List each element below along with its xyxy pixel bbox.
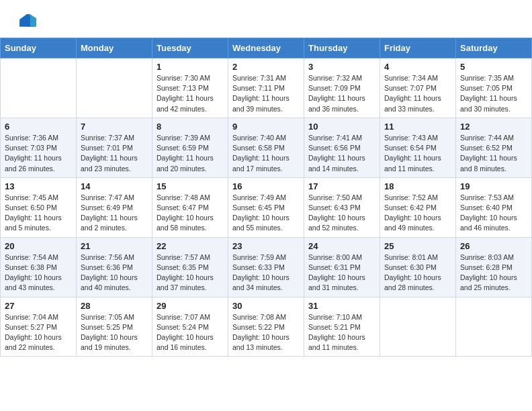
day-number: 3 [308, 62, 375, 72]
day-number: 28 [81, 301, 148, 311]
day-number: 9 [232, 122, 300, 132]
calendar-cell: 3Sunrise: 7:32 AMSunset: 7:09 PMDaylight… [304, 58, 380, 118]
calendar-cell: 14Sunrise: 7:47 AMSunset: 6:49 PMDayligh… [77, 177, 152, 237]
calendar-cell: 25Sunrise: 8:01 AMSunset: 6:30 PMDayligh… [380, 237, 456, 297]
calendar-cell: 6Sunrise: 7:36 AMSunset: 7:03 PMDaylight… [1, 118, 77, 177]
day-info: Sunrise: 7:04 AMSunset: 5:27 PMDaylight:… [5, 312, 72, 353]
calendar-cell: 9Sunrise: 7:40 AMSunset: 6:58 PMDaylight… [228, 118, 304, 177]
day-info: Sunrise: 7:05 AMSunset: 5:25 PMDaylight:… [81, 312, 148, 353]
day-info: Sunrise: 7:31 AMSunset: 7:11 PMDaylight:… [232, 73, 300, 114]
day-number: 31 [308, 301, 375, 311]
day-info: Sunrise: 7:35 AMSunset: 7:05 PMDaylight:… [460, 73, 527, 114]
day-number: 30 [232, 301, 300, 311]
calendar-header-tuesday: Tuesday [152, 38, 228, 58]
calendar-cell: 11Sunrise: 7:43 AMSunset: 6:54 PMDayligh… [380, 118, 456, 177]
calendar-cell: 20Sunrise: 7:54 AMSunset: 6:38 PMDayligh… [1, 237, 77, 297]
day-number: 25 [384, 241, 451, 251]
day-info: Sunrise: 7:37 AMSunset: 7:01 PMDaylight:… [81, 133, 148, 174]
day-number: 27 [5, 301, 72, 311]
day-number: 15 [157, 181, 224, 191]
calendar-header-saturday: Saturday [456, 38, 532, 58]
calendar-header-friday: Friday [380, 38, 456, 58]
calendar-header-thursday: Thursday [304, 38, 380, 58]
calendar-cell: 13Sunrise: 7:45 AMSunset: 6:50 PMDayligh… [1, 177, 77, 237]
day-info: Sunrise: 7:50 AMSunset: 6:43 PMDaylight:… [308, 193, 375, 234]
calendar-week-4: 20Sunrise: 7:54 AMSunset: 6:38 PMDayligh… [1, 237, 532, 297]
calendar-cell: 21Sunrise: 7:56 AMSunset: 6:36 PMDayligh… [77, 237, 152, 297]
calendar-cell: 18Sunrise: 7:52 AMSunset: 6:42 PMDayligh… [380, 177, 456, 237]
day-number: 4 [384, 62, 451, 72]
calendar-cell: 1Sunrise: 7:30 AMSunset: 7:13 PMDaylight… [152, 58, 228, 118]
day-info: Sunrise: 7:36 AMSunset: 7:03 PMDaylight:… [5, 133, 72, 174]
calendar-cell: 15Sunrise: 7:48 AMSunset: 6:47 PMDayligh… [152, 177, 228, 237]
calendar-header-sunday: Sunday [1, 38, 77, 58]
calendar-cell: 8Sunrise: 7:39 AMSunset: 6:59 PMDaylight… [152, 118, 228, 177]
calendar-header-monday: Monday [77, 38, 152, 58]
calendar-cell: 2Sunrise: 7:31 AMSunset: 7:11 PMDaylight… [228, 58, 304, 118]
day-number: 23 [232, 241, 300, 251]
day-number: 11 [384, 122, 451, 132]
day-info: Sunrise: 7:49 AMSunset: 6:45 PMDaylight:… [232, 193, 300, 234]
day-info: Sunrise: 7:39 AMSunset: 6:59 PMDaylight:… [157, 133, 224, 174]
day-number: 2 [232, 62, 300, 72]
calendar-cell: 28Sunrise: 7:05 AMSunset: 5:25 PMDayligh… [77, 297, 152, 357]
day-number: 20 [5, 241, 72, 251]
day-number: 1 [157, 62, 224, 72]
day-info: Sunrise: 8:03 AMSunset: 6:28 PMDaylight:… [460, 253, 527, 293]
day-info: Sunrise: 7:54 AMSunset: 6:38 PMDaylight:… [5, 253, 72, 293]
calendar-cell [380, 297, 456, 357]
day-number: 5 [460, 62, 527, 72]
day-number: 18 [384, 181, 451, 191]
calendar-cell: 23Sunrise: 7:59 AMSunset: 6:33 PMDayligh… [228, 237, 304, 297]
calendar-cell: 5Sunrise: 7:35 AMSunset: 7:05 PMDaylight… [456, 58, 532, 118]
calendar-cell: 10Sunrise: 7:41 AMSunset: 6:56 PMDayligh… [304, 118, 380, 177]
calendar-cell: 7Sunrise: 7:37 AMSunset: 7:01 PMDaylight… [77, 118, 152, 177]
day-info: Sunrise: 7:07 AMSunset: 5:24 PMDaylight:… [157, 312, 224, 353]
day-number: 16 [232, 181, 300, 191]
day-number: 17 [308, 181, 375, 191]
day-info: Sunrise: 7:10 AMSunset: 5:21 PMDaylight:… [308, 312, 375, 353]
logo-icon [17, 12, 36, 31]
calendar-cell: 22Sunrise: 7:57 AMSunset: 6:35 PMDayligh… [152, 237, 228, 297]
calendar-cell [77, 58, 152, 118]
day-info: Sunrise: 7:30 AMSunset: 7:13 PMDaylight:… [157, 73, 224, 114]
day-number: 26 [460, 241, 527, 251]
calendar-cell [1, 58, 77, 118]
day-info: Sunrise: 7:41 AMSunset: 6:56 PMDaylight:… [308, 133, 375, 174]
calendar-cell: 30Sunrise: 7:08 AMSunset: 5:22 PMDayligh… [228, 297, 304, 357]
day-info: Sunrise: 7:47 AMSunset: 6:49 PMDaylight:… [81, 193, 148, 234]
day-info: Sunrise: 7:45 AMSunset: 6:50 PMDaylight:… [5, 193, 72, 234]
calendar-cell: 29Sunrise: 7:07 AMSunset: 5:24 PMDayligh… [152, 297, 228, 357]
day-number: 6 [5, 122, 72, 132]
calendar-week-2: 6Sunrise: 7:36 AMSunset: 7:03 PMDaylight… [1, 118, 532, 177]
day-info: Sunrise: 7:48 AMSunset: 6:47 PMDaylight:… [157, 193, 224, 234]
calendar-week-3: 13Sunrise: 7:45 AMSunset: 6:50 PMDayligh… [1, 177, 532, 237]
day-info: Sunrise: 7:44 AMSunset: 6:52 PMDaylight:… [460, 133, 527, 174]
day-info: Sunrise: 7:52 AMSunset: 6:42 PMDaylight:… [384, 193, 451, 234]
calendar-cell [456, 297, 532, 357]
calendar-week-1: 1Sunrise: 7:30 AMSunset: 7:13 PMDaylight… [1, 58, 532, 118]
calendar-week-5: 27Sunrise: 7:04 AMSunset: 5:27 PMDayligh… [1, 297, 532, 357]
day-number: 19 [460, 181, 527, 191]
page-header [0, 0, 532, 38]
day-info: Sunrise: 7:40 AMSunset: 6:58 PMDaylight:… [232, 133, 300, 174]
calendar-cell: 4Sunrise: 7:34 AMSunset: 7:07 PMDaylight… [380, 58, 456, 118]
logo [16, 12, 36, 31]
day-number: 7 [81, 122, 148, 132]
day-number: 10 [308, 122, 375, 132]
day-info: Sunrise: 7:59 AMSunset: 6:33 PMDaylight:… [232, 253, 300, 293]
day-info: Sunrise: 8:00 AMSunset: 6:31 PMDaylight:… [308, 253, 375, 293]
calendar-cell: 19Sunrise: 7:53 AMSunset: 6:40 PMDayligh… [456, 177, 532, 237]
day-info: Sunrise: 7:57 AMSunset: 6:35 PMDaylight:… [157, 253, 224, 293]
calendar-table: SundayMondayTuesdayWednesdayThursdayFrid… [0, 38, 532, 357]
calendar-cell: 27Sunrise: 7:04 AMSunset: 5:27 PMDayligh… [1, 297, 77, 357]
day-number: 29 [157, 301, 224, 311]
day-number: 13 [5, 181, 72, 191]
day-number: 24 [308, 241, 375, 251]
calendar-cell: 16Sunrise: 7:49 AMSunset: 6:45 PMDayligh… [228, 177, 304, 237]
day-info: Sunrise: 7:43 AMSunset: 6:54 PMDaylight:… [384, 133, 451, 174]
calendar-header-row: SundayMondayTuesdayWednesdayThursdayFrid… [1, 38, 532, 58]
day-number: 14 [81, 181, 148, 191]
day-info: Sunrise: 7:34 AMSunset: 7:07 PMDaylight:… [384, 73, 451, 114]
day-number: 12 [460, 122, 527, 132]
